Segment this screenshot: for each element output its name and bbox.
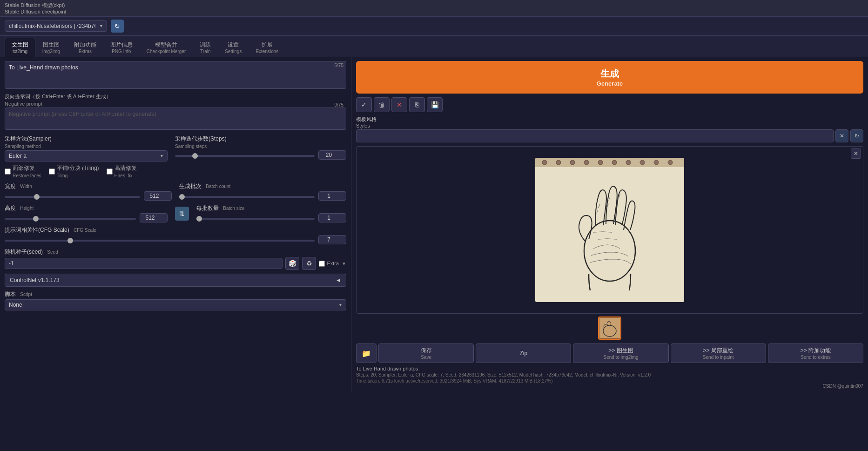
hires-checkbox[interactable]: 高清修复 Hires. fix [107,164,137,179]
copy-button[interactable]: ⎘ [409,97,425,112]
styles-clear-button[interactable]: ✕ [835,129,848,142]
positive-prompt-count: 5/75 [335,63,343,68]
cfg-scale-slider[interactable] [5,240,315,242]
model-select[interactable]: chilloutmix-Ni.safetensors [7234b76e42] [5,20,107,32]
folder-button[interactable]: 📁 [356,343,377,363]
send-to-img2img-button[interactable]: >> 图生图 Send to img2img [573,343,668,363]
styles-section: 模板风格 Styles ✕ ↻ [356,116,863,142]
main-layout: To Live_Hand drawn photos 5/75 反向提示词（按 C… [0,57,868,392]
tab-img2img[interactable]: 图生图 img2img [35,38,67,57]
send-to-extras-button[interactable]: >> 附加功能 Send to extras [768,343,863,363]
app-header: Stable Diffusion 模型(ckpt) Stable Diffusi… [0,0,868,17]
negative-prompt-label: 反向提示词（按 Ctrl+Enter 或 Alt+Enter 生成） [5,93,346,100]
output-prompt-text: To Live Hand drawn photos [356,366,863,371]
svg-point-7 [612,160,617,165]
width-number-input[interactable] [144,191,172,201]
action-buttons: 📁 保存 Save Zip >> 图生图 Send to img2img >> … [356,343,863,363]
thumbnail-item[interactable] [598,316,621,340]
hand-drawing-svg [535,158,684,302]
thumbnail-row [356,316,863,340]
negative-prompt-input[interactable] [5,108,346,130]
apply-styles-button[interactable]: ✓ [356,97,372,112]
height-slider[interactable] [5,218,136,220]
steps-slider-row [175,150,346,160]
tab-train[interactable]: 训练 Train [193,38,218,57]
batch-count-slider[interactable] [179,196,315,198]
output-meta-text: Steps: 20, Sampler: Euler a, CFG scale: … [356,372,863,377]
right-panel: 生成 Generate ✓ 🗑 ✕ ⎘ 💾 模板风格 Styles ✕ ↻ ✕ [351,57,868,392]
steps-number-input[interactable] [318,150,346,160]
delete-button[interactable]: ✕ [391,97,407,112]
steps-section: 采样迭代步数(Steps) Sampling steps [175,135,346,162]
svg-point-9 [640,160,645,165]
styles-row: ✕ ↻ [356,129,863,142]
script-select[interactable]: None [5,299,346,310]
seed-row: 🎲 ♻ Extra ▼ [5,257,346,270]
seed-label: 随机种子(seed) Seed [5,248,346,256]
restore-faces-checkbox[interactable]: 面部修复 Restore faces [5,164,41,179]
generate-button[interactable]: 生成 Generate [356,61,863,94]
tiling-input[interactable] [49,168,55,175]
cfg-scale-section: 提示词相关性(CFG Scale) CFG Scale [5,226,346,244]
model-bar: chilloutmix-Ni.safetensors [7234b76e42] … [0,17,868,36]
swap-dimensions-button[interactable]: ⇅ [175,207,189,221]
height-section: 高度 Height [5,204,168,222]
tab-extensions[interactable]: 扩展 Extensions [249,38,285,57]
hires-input[interactable] [107,168,113,175]
seed-random-button[interactable]: 🎲 [285,257,299,270]
tiling-checkbox[interactable]: 平铺/分块 (Tiling) Tiling [49,164,99,179]
tab-pnginfo[interactable]: 图片信息 PNG Info [103,38,140,57]
controlnet-bar[interactable]: ControlNet v1.1.173 ◄ [5,274,346,287]
batch-size-label: 每批数量 Batch size [196,204,346,212]
negative-prompt-label-en: Negative prompt [5,101,346,107]
image-close-button[interactable]: ✕ [851,148,861,159]
send-to-inpaint-button[interactable]: >> 局部重绘 Send to inpaint [671,343,766,363]
left-panel: To Live_Hand drawn photos 5/75 反向提示词（按 C… [0,57,351,392]
save-action-button[interactable]: 保存 Save [378,343,474,363]
svg-point-2 [542,160,547,165]
positive-prompt-input[interactable]: To Live_Hand drawn photos [5,61,346,89]
steps-label: 采样迭代步数(Steps) Sampling steps [175,135,346,149]
steps-slider-wrap [175,152,315,158]
size-batch-row: 宽度 Width 生成批次 Batch count [5,182,346,201]
styles-label: 模板风格 Styles [356,116,863,128]
svg-point-4 [570,160,575,165]
sampler-select[interactable]: Euler a Euler LMS Heun DDIM PLMS [5,150,168,162]
height-slider-row [5,213,168,222]
width-label: 宽度 Width [5,182,172,190]
extra-checkbox[interactable]: Extra [319,261,339,267]
batch-size-slider-row [196,213,346,222]
save-button[interactable]: 💾 [427,97,443,112]
clear-button[interactable]: 🗑 [374,97,390,112]
tab-txt2img[interactable]: 文生图 txt2img [5,38,35,57]
svg-point-8 [626,160,631,165]
zip-button[interactable]: Zip [476,343,571,363]
height-number-input[interactable] [140,213,168,222]
batch-size-number-input[interactable] [318,213,346,222]
cfg-scale-number-input[interactable] [318,235,346,244]
seed-recycle-button[interactable]: ♻ [302,257,316,270]
batch-size-slider[interactable] [196,218,315,220]
image-output-area: ✕ [356,146,863,314]
width-slider[interactable] [5,196,140,198]
model-refresh-button[interactable]: ↻ [111,20,124,33]
batch-count-section: 生成批次 Batch count [179,182,346,201]
tab-checkpoint-merger[interactable]: 模型合并 Checkpoint Merger [140,38,193,57]
csdn-label: CSDN @quintin007 [356,384,863,389]
batch-count-number-input[interactable] [318,191,346,201]
svg-rect-12 [535,167,684,302]
seed-input[interactable] [5,258,283,269]
generated-image-container [535,158,684,302]
height-label: 高度 Height [5,204,168,212]
height-batchsize-row: 高度 Height ⇅ 每批数量 Batch size [5,204,346,222]
styles-refresh-button[interactable]: ↻ [850,129,863,142]
script-section: 脚本 Script None [5,290,346,310]
steps-slider[interactable] [175,155,315,157]
tab-extras[interactable]: 附加功能 Extras [67,38,103,57]
tab-settings[interactable]: 设置 Settings [218,38,249,57]
app-title1: Stable Diffusion 模型(ckpt) [5,2,863,9]
svg-point-5 [584,160,589,165]
negative-prompt-count: 0/75 [335,102,343,108]
restore-faces-input[interactable] [5,168,11,175]
styles-input[interactable] [356,129,834,142]
